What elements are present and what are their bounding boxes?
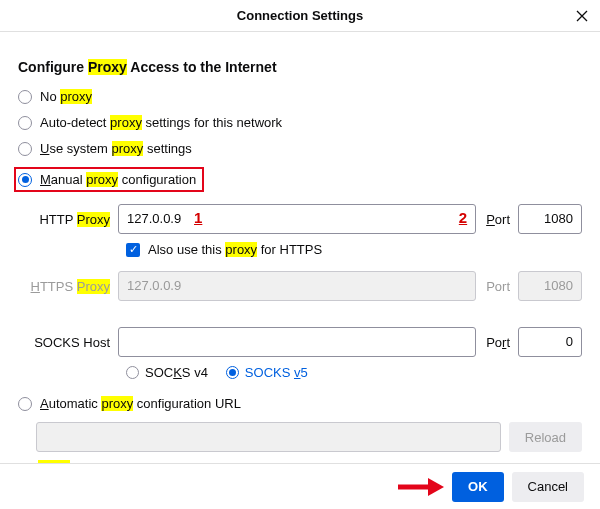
http-proxy-row: HTTP Proxy 127.0.0.9 1 2 Port 1080 (18, 204, 582, 234)
radio-icon (126, 366, 139, 379)
radio-system-proxy[interactable]: Use system proxy settings (18, 141, 582, 156)
radio-icon (18, 142, 32, 156)
radio-icon[interactable] (18, 173, 32, 187)
pac-url-row: Reload (36, 422, 582, 452)
http-proxy-label: HTTP Proxy (18, 212, 118, 227)
https-proxy-row: HTTPS Proxy 127.0.0.9 Port 1080 (18, 271, 582, 301)
radio-label: Automatic proxy configuration URL (40, 396, 241, 411)
radio-icon (18, 397, 32, 411)
radio-auto-detect[interactable]: Auto-detect proxy settings for this netw… (18, 115, 582, 130)
pac-url-input (36, 422, 501, 452)
socks-host-input[interactable] (118, 327, 476, 357)
annotation-marker-1: 1 (194, 209, 202, 226)
radio-socks-v5[interactable]: SOCKS v5 (226, 365, 308, 380)
radio-label: Auto-detect proxy settings for this netw… (40, 115, 282, 130)
socks-version-group: SOCKS v4 SOCKS v5 (126, 365, 582, 380)
highlight-box-manual: Manual proxy configuration (14, 167, 204, 192)
ok-button[interactable]: OK (452, 472, 504, 502)
radio-label: Use system proxy settings (40, 141, 192, 156)
dialog-content[interactable]: Configure Proxy Access to the Internet N… (0, 33, 600, 463)
dialog-titlebar: Connection Settings (0, 0, 600, 32)
close-icon (576, 10, 588, 22)
radio-icon (18, 116, 32, 130)
section-heading: Configure Proxy Access to the Internet (18, 59, 582, 75)
socks-host-label: SOCKS Host (18, 335, 118, 350)
https-proxy-host-input: 127.0.0.9 (118, 271, 476, 301)
https-proxy-label: HTTPS Proxy (18, 279, 118, 294)
radio-socks-v4[interactable]: SOCKS v4 (126, 365, 208, 380)
close-button[interactable] (570, 4, 594, 28)
socks-port-label: Port (476, 335, 518, 350)
radio-auto-config-url[interactable]: Automatic proxy configuration URL (18, 396, 582, 411)
also-https-label: Also use this proxy for HTTPS (148, 242, 322, 257)
annotation-arrow-icon (396, 476, 444, 498)
radio-no-proxy[interactable]: No proxy (18, 89, 582, 104)
http-proxy-port-input[interactable]: 1080 (518, 204, 582, 234)
cancel-button[interactable]: Cancel (512, 472, 584, 502)
radio-label: No proxy (40, 89, 92, 104)
https-port-label: Port (476, 279, 518, 294)
https-proxy-port-input: 1080 (518, 271, 582, 301)
radio-icon (18, 90, 32, 104)
socks-port-input[interactable]: 0 (518, 327, 582, 357)
dialog-footer: OK Cancel (0, 463, 600, 509)
checkbox-checked-icon: ✓ (126, 243, 140, 257)
svg-marker-1 (428, 478, 444, 496)
http-proxy-host-input[interactable]: 127.0.0.9 1 2 (118, 204, 476, 234)
dialog-title: Connection Settings (237, 8, 363, 23)
radio-manual-proxy[interactable]: Manual proxy configuration (40, 172, 196, 187)
http-port-label: Port (476, 212, 518, 227)
annotation-marker-2: 2 (459, 209, 467, 226)
also-https-checkbox-row[interactable]: ✓ Also use this proxy for HTTPS (126, 242, 582, 257)
reload-button: Reload (509, 422, 582, 452)
radio-icon (226, 366, 239, 379)
socks-host-row: SOCKS Host Port 0 (18, 327, 582, 357)
